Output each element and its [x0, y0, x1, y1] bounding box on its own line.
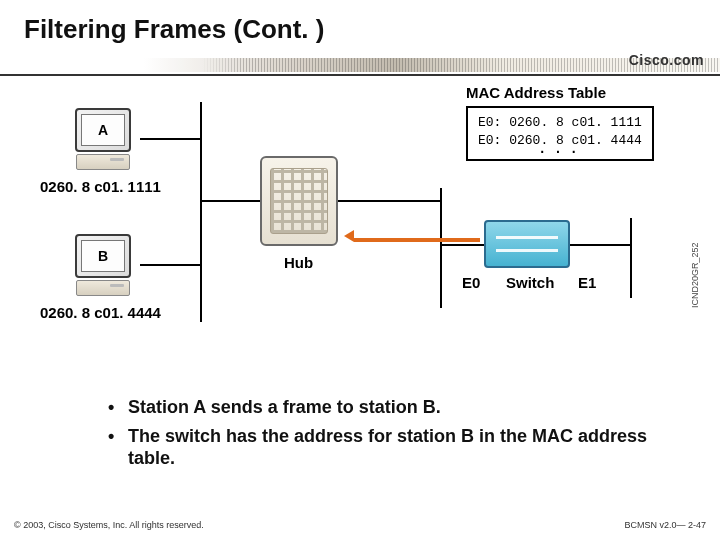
brand-logo: Cisco.com — [629, 52, 704, 68]
station-b-mac: 0260. 8 c01. 4444 — [40, 304, 161, 321]
mac-table-title: MAC Address Table — [466, 84, 606, 101]
bullet-list: Station A sends a frame to station B. Th… — [108, 390, 680, 476]
frame-path-arrowhead — [344, 230, 354, 242]
station-b-letter: B — [81, 240, 125, 272]
decorative-strip — [0, 58, 720, 72]
footer-slide-ref: BCMSN v2.0— 2-47 — [624, 520, 706, 530]
bus-switch-e0-link — [440, 244, 484, 246]
bus-hub-link — [200, 200, 260, 202]
title-underline — [0, 74, 720, 76]
slide-root: Filtering Frames (Cont. ) Cisco.com MAC … — [0, 0, 720, 540]
bullet-item: The switch has the address for station B… — [108, 425, 680, 470]
bullet-item: Station A sends a frame to station B. — [108, 396, 680, 419]
station-a-letter: A — [81, 114, 125, 146]
bus-right-vertical — [440, 188, 442, 308]
frame-path-arrow — [354, 238, 480, 242]
bus-left-vertical — [200, 102, 202, 322]
bus-switch-e1-link — [570, 244, 630, 246]
footer-copyright: © 2003, Cisco Systems, Inc. All rights r… — [14, 520, 204, 530]
switch-port-e0: E0 — [462, 274, 480, 291]
page-title: Filtering Frames (Cont. ) — [24, 14, 324, 45]
bus-stub-to-b — [140, 264, 200, 266]
bus-stub-to-a — [140, 138, 200, 140]
hub-grill — [270, 168, 328, 234]
mac-table-row: E0: 0260. 8 c01. 1111 — [478, 114, 642, 132]
bus-far-right-vertical — [630, 218, 632, 298]
mac-address-table: E0: 0260. 8 c01. 1111 E0: 0260. 8 c01. 4… — [466, 106, 654, 161]
switch-label: Switch — [506, 274, 554, 291]
switch-port-e1: E1 — [578, 274, 596, 291]
hub-label: Hub — [284, 254, 313, 271]
network-diagram: MAC Address Table E0: 0260. 8 c01. 1111 … — [0, 78, 720, 378]
side-reference: ICND20GR_252 — [690, 242, 700, 308]
station-b-icon: B — [68, 234, 138, 296]
station-a-icon: A — [68, 108, 138, 170]
station-a-mac: 0260. 8 c01. 1111 — [40, 178, 161, 195]
switch-device-icon — [484, 220, 570, 268]
hub-device-icon — [260, 156, 338, 246]
bus-hub-to-right — [338, 200, 440, 202]
